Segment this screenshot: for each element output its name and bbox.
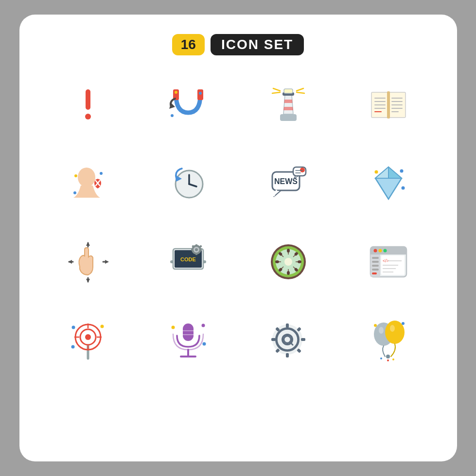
exclamation-icon: [66, 83, 110, 126]
svg-point-94: [287, 271, 290, 275]
svg-rect-11: [284, 89, 293, 93]
svg-rect-72: [195, 244, 197, 246]
svg-marker-60: [86, 279, 90, 283]
header-title: ICON SET: [211, 34, 304, 55]
diamond-icon-cell: [344, 152, 433, 215]
lighthouse-icon-cell: [244, 73, 333, 136]
balloons-icon: [367, 319, 410, 362]
svg-rect-109: [372, 272, 377, 274]
svg-point-159: [402, 322, 405, 325]
svg-rect-107: [372, 265, 379, 267]
svg-point-33: [74, 174, 77, 177]
svg-rect-106: [372, 261, 379, 263]
gesture-move-icon-cell: [44, 230, 132, 293]
svg-marker-62: [68, 260, 72, 264]
code-settings-icon-cell: CODE: [144, 230, 232, 293]
kiwi-icon: [266, 240, 310, 284]
svg-rect-1: [86, 89, 90, 110]
news-chat-icon: NEWS: [266, 161, 310, 205]
svg-point-103: [383, 249, 387, 253]
svg-rect-105: [372, 257, 379, 259]
svg-rect-75: [200, 249, 202, 251]
main-card: 16 ICON SET: [19, 15, 457, 461]
svg-rect-140: [271, 338, 276, 341]
svg-line-16: [297, 92, 304, 93]
svg-line-15: [297, 88, 303, 91]
svg-marker-64: [105, 260, 109, 264]
svg-point-7: [199, 92, 202, 95]
news-chat-icon-cell: NEWS: [244, 152, 333, 215]
code-settings-icon: CODE: [166, 240, 210, 284]
svg-point-81: [284, 258, 292, 266]
magnet-undo-icon: [166, 83, 210, 126]
open-book-icon: [367, 83, 410, 126]
magnet-undo-icon-cell: [144, 73, 232, 136]
svg-point-156: [392, 358, 394, 360]
badge-number: 16: [172, 34, 205, 55]
svg-point-35: [73, 191, 76, 194]
icons-grid: NEWS: [44, 73, 433, 372]
svg-point-2: [85, 114, 91, 119]
svg-point-124: [71, 326, 75, 329]
svg-marker-58: [86, 242, 90, 246]
history-icon: [166, 161, 210, 205]
history-icon-cell: [144, 152, 232, 215]
svg-point-134: [202, 342, 206, 346]
svg-point-54: [374, 170, 378, 174]
svg-point-155: [380, 357, 382, 359]
svg-point-90: [287, 249, 290, 253]
svg-rect-9: [280, 114, 297, 121]
header: 16 ICON SET: [172, 34, 304, 55]
svg-point-30: [78, 168, 95, 187]
svg-point-126: [71, 345, 74, 349]
svg-point-96: [275, 260, 279, 263]
gear-search-icon: [266, 319, 310, 362]
microphone-icon-cell: [144, 309, 232, 372]
svg-rect-19: [387, 91, 390, 119]
svg-point-132: [171, 326, 175, 329]
open-book-icon-cell: [344, 73, 433, 136]
target-search-icon: [66, 319, 110, 362]
target-search-icon-cell: [44, 309, 132, 372]
svg-point-34: [100, 172, 103, 175]
svg-point-153: [379, 327, 384, 334]
svg-point-151: [385, 321, 405, 344]
gear-search-icon-cell: [244, 309, 333, 372]
lighthouse-icon: [266, 83, 310, 126]
microphone-icon: [166, 319, 210, 362]
svg-point-102: [378, 249, 382, 253]
exclamation-icon-cell: [44, 73, 132, 136]
gesture-move-icon: [66, 240, 110, 284]
kiwi-icon-cell: [244, 230, 333, 293]
svg-point-92: [298, 260, 301, 263]
svg-point-154: [386, 355, 390, 358]
svg-text:CODE: CODE: [180, 256, 196, 262]
head-shield-icon: [66, 161, 110, 205]
diamond-icon: [367, 161, 410, 205]
svg-rect-139: [286, 353, 289, 357]
head-shield-icon-cell: [44, 152, 132, 215]
web-code-icon: </>: [367, 240, 410, 284]
svg-point-125: [100, 325, 104, 328]
svg-rect-73: [195, 253, 197, 255]
svg-line-14: [272, 92, 280, 93]
svg-line-13: [273, 88, 280, 91]
svg-point-55: [400, 170, 403, 173]
svg-rect-108: [372, 269, 379, 271]
svg-point-8: [171, 114, 174, 117]
svg-rect-141: [301, 338, 305, 341]
svg-point-119: [85, 334, 91, 340]
svg-point-152: [390, 325, 395, 332]
svg-point-56: [401, 187, 405, 190]
svg-rect-138: [286, 323, 289, 328]
svg-point-133: [201, 324, 205, 327]
svg-rect-74: [191, 249, 193, 251]
svg-point-101: [373, 249, 377, 253]
svg-point-157: [387, 359, 389, 361]
svg-point-46: [300, 168, 305, 172]
svg-marker-50: [388, 167, 402, 178]
svg-point-71: [195, 248, 198, 251]
balloons-icon-cell: [344, 309, 433, 372]
web-code-icon-cell: </>: [344, 230, 433, 293]
svg-point-6: [175, 91, 177, 94]
